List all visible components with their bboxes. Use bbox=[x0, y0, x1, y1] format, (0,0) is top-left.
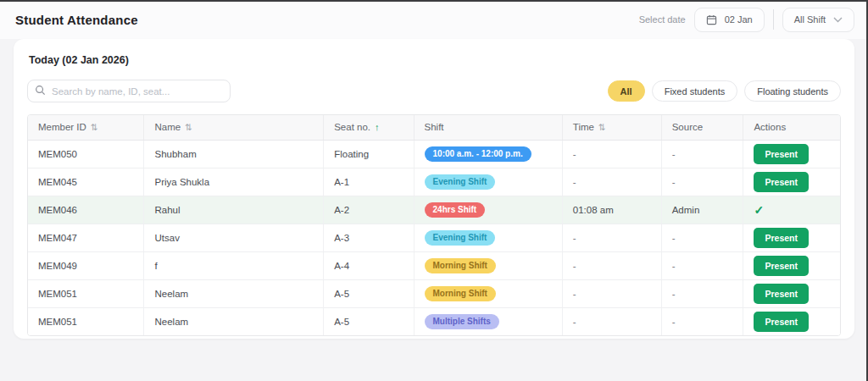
cell-time: - bbox=[562, 307, 661, 335]
column-header-actions: Actions bbox=[743, 115, 840, 140]
column-label: Seat no. bbox=[334, 122, 370, 132]
cell-name: Priya Shukla bbox=[144, 168, 324, 196]
sort-icon[interactable]: ⇅ bbox=[185, 122, 192, 132]
cell-source: Admin bbox=[661, 196, 743, 224]
shift-badge: 24hrs Shift bbox=[425, 202, 486, 218]
cell-seat: A-3 bbox=[324, 224, 414, 251]
table-row: MEM051NeelamA-5Multiple Shifts--Present bbox=[28, 307, 840, 335]
topbar: Student Attendance Select date 02 Jan Al… bbox=[0, 0, 868, 39]
cell-actions: ✓ bbox=[743, 196, 840, 224]
cell-time: - bbox=[562, 279, 661, 307]
shift-filter-value: All Shift bbox=[794, 14, 826, 25]
table-row: MEM046RahulA-224hrs Shift01:08 amAdmin✓ bbox=[28, 196, 840, 224]
shift-badge: Morning Shift bbox=[425, 286, 496, 301]
cell-time: 01:08 am bbox=[562, 196, 661, 224]
today-label: Today (02 Jan 2026) bbox=[29, 54, 841, 66]
cell-actions: Present bbox=[743, 279, 840, 307]
cell-time: - bbox=[562, 140, 661, 168]
cell-time: - bbox=[562, 168, 661, 196]
date-picker-button[interactable]: 02 Jan bbox=[694, 8, 765, 32]
cell-member-id: MEM050 bbox=[28, 140, 144, 168]
cell-source: - bbox=[661, 224, 743, 251]
cell-shift: 24hrs Shift bbox=[414, 196, 562, 224]
table-row: MEM051NeelamA-5Morning Shift--Present bbox=[28, 279, 840, 307]
column-label: Name bbox=[154, 122, 181, 132]
filter-chip-all[interactable]: All bbox=[608, 80, 645, 102]
cell-actions: Present bbox=[743, 307, 840, 335]
date-value: 02 Jan bbox=[725, 14, 753, 25]
cell-member-id: MEM046 bbox=[28, 196, 144, 224]
present-button[interactable]: Present bbox=[754, 144, 809, 164]
present-button[interactable]: Present bbox=[754, 284, 809, 304]
column-header-source: Source bbox=[661, 115, 743, 140]
chevron-down-icon bbox=[833, 17, 843, 23]
table-row: MEM045Priya ShuklaA-1Evening Shift--Pres… bbox=[28, 168, 840, 196]
table-row: MEM050ShubhamFloating10:00 a.m. - 12:00 … bbox=[28, 140, 840, 168]
shift-badge: Evening Shift bbox=[425, 174, 496, 190]
sort-icon[interactable]: ⇅ bbox=[91, 122, 98, 132]
column-label: Actions bbox=[754, 122, 786, 132]
present-button[interactable]: Present bbox=[754, 256, 809, 276]
topbar-controls: Select date 02 Jan All Shift bbox=[639, 8, 854, 32]
cell-member-id: MEM047 bbox=[28, 224, 144, 251]
column-header-seat-no-[interactable]: Seat no.↑ bbox=[324, 115, 414, 140]
table-row: MEM047UtsavA-3Evening Shift--Present bbox=[28, 224, 840, 251]
column-header-shift: Shift bbox=[414, 115, 562, 140]
cell-actions: Present bbox=[743, 224, 840, 251]
cell-source: - bbox=[661, 168, 743, 196]
column-header-member-id[interactable]: Member ID⇅ bbox=[28, 115, 144, 140]
divider bbox=[773, 9, 774, 30]
shift-badge: 10:00 a.m. - 12:00 p.m. bbox=[425, 146, 531, 162]
cell-name: Utsav bbox=[144, 224, 324, 251]
cell-time: - bbox=[562, 224, 661, 251]
cell-time: - bbox=[562, 251, 661, 279]
shift-badge: Morning Shift bbox=[425, 258, 496, 273]
cell-seat: A-5 bbox=[324, 307, 414, 335]
column-header-name[interactable]: Name⇅ bbox=[144, 115, 324, 140]
cell-name: Rahul bbox=[144, 196, 324, 224]
select-date-label: Select date bbox=[639, 14, 686, 25]
cell-actions: Present bbox=[743, 140, 840, 168]
cell-shift: Morning Shift bbox=[414, 279, 562, 307]
column-label: Member ID bbox=[38, 122, 86, 132]
cell-actions: Present bbox=[743, 251, 840, 279]
cell-shift: Morning Shift bbox=[414, 251, 562, 279]
column-header-time[interactable]: Time⇅ bbox=[562, 115, 661, 140]
page-title: Student Attendance bbox=[15, 13, 138, 27]
cell-name: Neelam bbox=[144, 279, 324, 307]
column-label: Source bbox=[672, 122, 703, 132]
attendance-card: Today (02 Jan 2026) AllFixed studentsFlo… bbox=[14, 39, 854, 339]
shift-filter-dropdown[interactable]: All Shift bbox=[782, 8, 854, 32]
cell-seat: A-2 bbox=[324, 196, 414, 224]
present-button[interactable]: Present bbox=[754, 228, 809, 248]
table-header-row: Member ID⇅Name⇅Seat no.↑ShiftTime⇅Source… bbox=[28, 115, 840, 140]
cell-member-id: MEM049 bbox=[28, 251, 144, 279]
sort-ascending-icon[interactable]: ↑ bbox=[375, 122, 380, 132]
cell-shift: 10:00 a.m. - 12:00 p.m. bbox=[414, 140, 562, 168]
toolbar: AllFixed studentsFloating students bbox=[27, 80, 841, 102]
cell-source: - bbox=[661, 251, 743, 279]
search-input[interactable] bbox=[27, 80, 231, 102]
calendar-icon bbox=[706, 14, 717, 25]
column-label: Time bbox=[573, 122, 594, 132]
cell-name: f bbox=[144, 251, 324, 279]
cell-shift: Multiple Shifts bbox=[414, 307, 562, 335]
cell-seat: Floating bbox=[324, 140, 414, 168]
attendance-table: Member ID⇅Name⇅Seat no.↑ShiftTime⇅Source… bbox=[28, 115, 840, 335]
check-icon: ✓ bbox=[754, 203, 764, 217]
cell-name: Shubham bbox=[144, 140, 324, 168]
shift-badge: Evening Shift bbox=[425, 230, 496, 246]
filter-chip-fixed-students[interactable]: Fixed students bbox=[652, 80, 738, 102]
search-input-wrapper bbox=[27, 80, 231, 102]
present-button[interactable]: Present bbox=[754, 312, 809, 332]
search-icon bbox=[35, 85, 46, 96]
cell-name: Neelam bbox=[144, 307, 324, 335]
filter-chip-floating-students[interactable]: Floating students bbox=[744, 80, 841, 102]
present-button[interactable]: Present bbox=[754, 172, 809, 192]
sort-icon[interactable]: ⇅ bbox=[598, 122, 606, 132]
column-label: Shift bbox=[425, 122, 444, 132]
cell-source: - bbox=[661, 140, 743, 168]
cell-shift: Evening Shift bbox=[414, 224, 562, 251]
cell-actions: Present bbox=[743, 168, 840, 196]
cell-member-id: MEM051 bbox=[28, 307, 144, 335]
